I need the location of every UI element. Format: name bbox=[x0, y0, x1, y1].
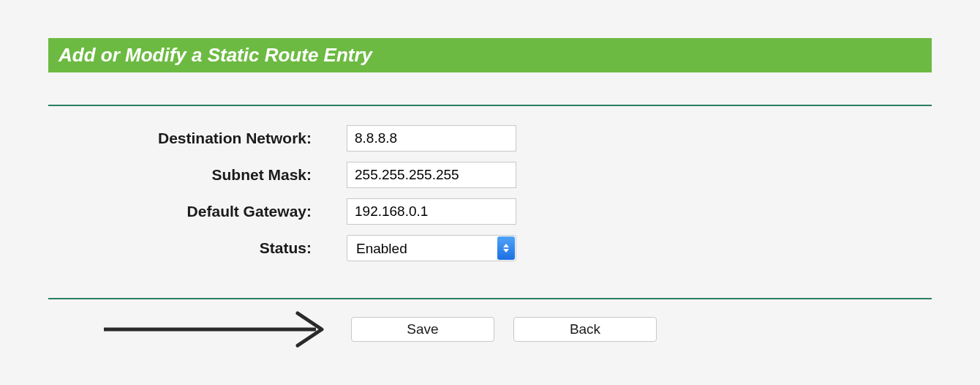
back-button[interactable]: Back bbox=[513, 317, 657, 342]
select-status[interactable]: Enabled bbox=[347, 235, 516, 261]
row-destination-network: Destination Network: bbox=[48, 125, 932, 152]
row-subnet-mask: Subnet Mask: bbox=[48, 162, 932, 188]
label-destination-network: Destination Network: bbox=[48, 130, 312, 147]
button-row: Save Back bbox=[48, 317, 932, 342]
page-header: Add or Modify a Static Route Entry bbox=[48, 38, 932, 72]
divider-top bbox=[48, 105, 932, 106]
label-status: Status: bbox=[48, 239, 312, 257]
save-button[interactable]: Save bbox=[351, 317, 494, 342]
row-status: Status: Enabled bbox=[48, 235, 932, 261]
input-default-gateway[interactable] bbox=[347, 198, 516, 225]
input-destination-network[interactable] bbox=[347, 125, 516, 152]
label-subnet-mask: Subnet Mask: bbox=[48, 166, 312, 184]
divider-bottom bbox=[48, 298, 932, 299]
static-route-form: Destination Network: Subnet Mask: Defaul… bbox=[48, 122, 932, 261]
label-default-gateway: Default Gateway: bbox=[48, 203, 312, 220]
arrow-annotation-icon bbox=[104, 311, 338, 355]
input-subnet-mask[interactable] bbox=[347, 162, 516, 188]
row-default-gateway: Default Gateway: bbox=[48, 198, 932, 225]
page-title: Add or Modify a Static Route Entry bbox=[59, 44, 921, 67]
